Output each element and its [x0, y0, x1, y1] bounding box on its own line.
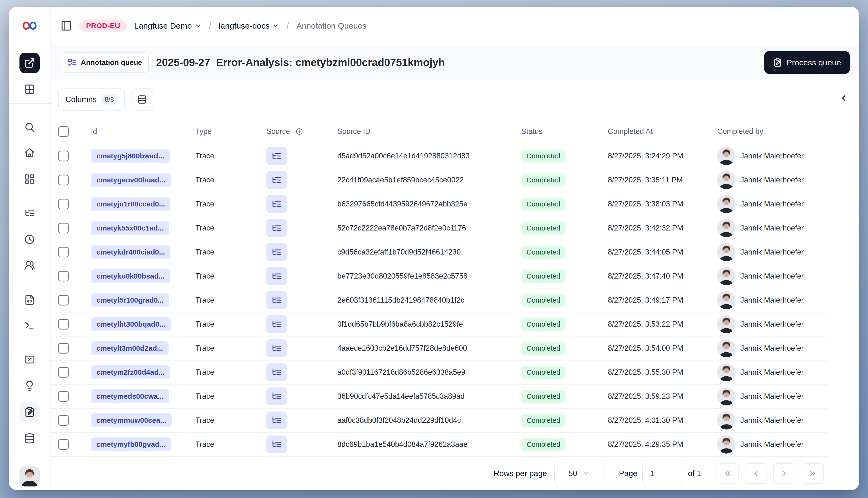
org-selector[interactable]: Langfuse Demo [134, 21, 202, 30]
item-id-badge[interactable]: cmetyju1r00ccad0... [91, 197, 170, 211]
tracing-icon[interactable] [20, 203, 40, 223]
table-row[interactable]: cmetyko0k00bsad... Trace be7723e30d80205… [51, 264, 828, 288]
completed-by-avatar [717, 195, 736, 213]
users-icon[interactable] [20, 255, 40, 275]
source-trace-button[interactable] [267, 243, 287, 261]
project-selector[interactable]: langfuse-docs [219, 21, 280, 30]
source-trace-button[interactable] [267, 291, 287, 309]
external-link-icon[interactable] [20, 53, 40, 73]
column-header-completed-by[interactable]: Completed by [713, 127, 828, 136]
completed-by-avatar [717, 363, 736, 381]
item-id-badge[interactable]: cmetymeds00cwa... [91, 389, 169, 403]
process-queue-button[interactable]: Process queue [764, 51, 850, 74]
item-id-badge[interactable]: cmetykdr400ciad0... [91, 245, 170, 259]
table-row[interactable]: cmetymeds00cwa... Trace 36b90cdfc47e5da1… [51, 384, 828, 409]
info-icon[interactable] [296, 128, 303, 135]
row-checkbox[interactable] [58, 439, 69, 450]
sessions-clock-icon[interactable] [20, 229, 40, 249]
search-icon[interactable] [20, 117, 40, 137]
item-type: Trace [195, 368, 214, 377]
table-row[interactable]: cmetymyfb00gvad... Trace 8dc69b1ba1e540b… [51, 433, 828, 457]
completed-by-name: Jannik Maierhoefer [740, 200, 804, 208]
project-name: langfuse-docs [219, 21, 270, 30]
table-row[interactable]: cmetygeov00buad... Trace 22c41f09acae5b1… [51, 168, 828, 192]
page-count-label: of 1 [688, 469, 701, 478]
page-input[interactable] [642, 463, 683, 484]
previous-page-button[interactable] [745, 463, 767, 484]
row-checkbox[interactable] [58, 247, 69, 258]
item-id-badge[interactable]: cmetyl5r100grad0... [91, 293, 169, 307]
table-row[interactable]: cmetykdr400ciad0... Trace c9d56ca32efaff… [51, 240, 828, 264]
item-id-badge[interactable]: cmetyg5j800bwad... [91, 149, 170, 163]
source-trace-button[interactable] [267, 219, 287, 237]
row-checkbox[interactable] [58, 319, 69, 329]
item-id-badge[interactable]: cmetymyfb00gvad... [91, 437, 171, 451]
rows-per-page-select[interactable]: 50 [554, 463, 604, 484]
evaluation-percent-icon[interactable] [20, 350, 40, 370]
source-trace-button[interactable] [267, 195, 287, 213]
row-checkbox[interactable] [58, 415, 69, 425]
source-trace-button[interactable] [267, 315, 287, 333]
row-checkbox[interactable] [58, 199, 69, 209]
table-grid-icon[interactable] [20, 79, 40, 99]
item-type: Trace [195, 272, 214, 280]
table-row[interactable]: cmetyg5j800bwad... Trace d5ad9d52a00c6e1… [51, 144, 828, 168]
item-id-badge[interactable]: cmetygeov00buad... [91, 173, 171, 187]
row-checkbox[interactable] [58, 391, 69, 402]
table-row[interactable]: cmetylt3m00d2ad... Trace 4aaece1603cb2e1… [51, 337, 828, 361]
row-checkbox[interactable] [58, 175, 69, 185]
first-page-button[interactable] [716, 463, 739, 484]
source-trace-button[interactable] [267, 147, 287, 165]
playground-terminal-icon[interactable] [20, 316, 40, 336]
source-trace-button[interactable] [267, 339, 287, 357]
table-row[interactable]: cmetylht300bqad0... Trace 0f1dd65b7bb9bf… [51, 313, 828, 337]
datasets-database-icon[interactable] [20, 428, 40, 448]
annotation-queues-clipboard-icon[interactable] [20, 402, 40, 422]
select-all-checkbox[interactable] [58, 126, 69, 137]
row-checkbox[interactable] [58, 295, 69, 305]
source-trace-button[interactable] [267, 388, 287, 405]
source-trace-button[interactable] [267, 267, 287, 285]
table-row[interactable]: cmetyk55x00c1ad... Trace 52c72c2222ea78e… [51, 216, 828, 240]
table-row[interactable]: cmetyl5r100grad0... Trace 2e603f31361115… [51, 288, 828, 313]
breadcrumb-section[interactable]: Annotation Queues [297, 21, 366, 30]
source-trace-button[interactable] [267, 411, 287, 429]
column-header-type[interactable]: Type [192, 127, 262, 136]
prompts-file-code-icon[interactable] [20, 290, 40, 310]
row-height-button[interactable] [131, 89, 153, 110]
source-trace-button[interactable] [267, 171, 287, 189]
insights-lightbulb-icon[interactable] [20, 376, 40, 396]
chevron-left-icon [752, 469, 760, 478]
source-trace-button[interactable] [267, 363, 287, 381]
source-trace-button[interactable] [267, 435, 287, 453]
column-header-source-id[interactable]: Source ID [334, 127, 517, 136]
item-id-badge[interactable]: cmetylht300bqad0... [91, 317, 171, 331]
user-avatar[interactable] [20, 466, 40, 486]
completed-by-avatar [717, 147, 736, 165]
item-id-badge[interactable]: cmetyk55x00c1ad... [91, 221, 169, 235]
completed-by-avatar [717, 243, 736, 261]
columns-button[interactable]: Columns 8/8 [58, 89, 125, 110]
column-header-id[interactable]: Id [87, 127, 192, 136]
column-header-source[interactable]: Source [262, 127, 334, 136]
row-checkbox[interactable] [58, 223, 69, 233]
panel-collapse-chevron-icon[interactable] [837, 91, 851, 105]
row-checkbox[interactable] [58, 151, 69, 161]
item-id-badge[interactable]: cmetymmuw00cea... [91, 414, 172, 427]
column-header-status[interactable]: Status [517, 127, 604, 136]
sidebar-toggle-icon[interactable] [61, 20, 72, 31]
row-checkbox[interactable] [58, 367, 69, 378]
row-checkbox[interactable] [58, 271, 69, 281]
item-id-badge[interactable]: cmetyko0k00bsad... [91, 269, 170, 283]
last-page-button[interactable] [802, 463, 824, 484]
item-id-badge[interactable]: cmetym2fz00d4ad... [91, 365, 170, 379]
dashboard-icon[interactable] [20, 169, 40, 189]
next-page-button[interactable] [773, 463, 795, 484]
item-id-badge[interactable]: cmetylt3m00d2ad... [91, 341, 169, 355]
row-checkbox[interactable] [58, 343, 69, 354]
table-row[interactable]: cmetym2fz00d4ad... Trace a0df3f901167218… [51, 361, 828, 384]
table-row[interactable]: cmetymmuw00cea... Trace aaf0c38db0f3f204… [51, 409, 828, 433]
home-icon[interactable] [20, 143, 40, 163]
column-header-completed-at[interactable]: Completed At [604, 127, 713, 136]
table-row[interactable]: cmetyju1r00ccad0... Trace b63297665cfd44… [51, 192, 828, 216]
